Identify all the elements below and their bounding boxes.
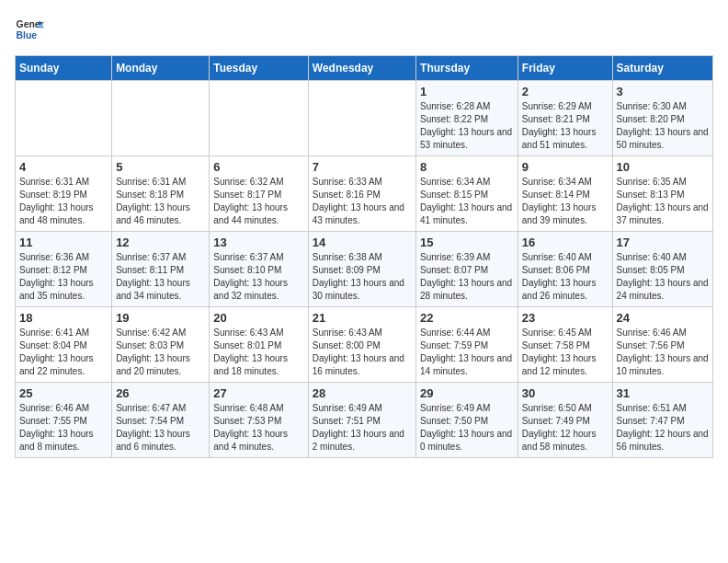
day-number: 26 <box>116 386 205 400</box>
cell-info: Sunrise: 6:36 AM Sunset: 8:12 PM Dayligh… <box>19 251 108 303</box>
calendar-cell: 4Sunrise: 6:31 AM Sunset: 8:19 PM Daylig… <box>16 156 112 232</box>
weekday-header: Monday <box>112 56 210 81</box>
calendar-cell: 25Sunrise: 6:46 AM Sunset: 7:55 PM Dayli… <box>16 383 112 458</box>
calendar-cell: 5Sunrise: 6:31 AM Sunset: 8:18 PM Daylig… <box>112 156 210 232</box>
day-number: 18 <box>19 311 108 325</box>
cell-info: Sunrise: 6:31 AM Sunset: 8:19 PM Dayligh… <box>19 176 108 227</box>
logo: General Blue <box>15 15 44 44</box>
day-number: 28 <box>313 386 412 400</box>
calendar-cell: 3Sunrise: 6:30 AM Sunset: 8:20 PM Daylig… <box>612 81 712 156</box>
calendar-body: 1Sunrise: 6:28 AM Sunset: 8:22 PM Daylig… <box>16 81 713 458</box>
calendar-cell <box>112 81 210 156</box>
day-number: 20 <box>213 311 303 325</box>
day-number: 31 <box>617 386 709 400</box>
day-number: 27 <box>213 386 303 400</box>
svg-text:Blue: Blue <box>17 30 38 40</box>
cell-info: Sunrise: 6:43 AM Sunset: 8:01 PM Dayligh… <box>213 327 303 378</box>
calendar-cell: 12Sunrise: 6:37 AM Sunset: 8:11 PM Dayli… <box>112 232 210 307</box>
calendar-cell: 9Sunrise: 6:34 AM Sunset: 8:14 PM Daylig… <box>518 156 612 232</box>
day-number: 1 <box>420 85 514 98</box>
page-header: General Blue <box>15 15 713 44</box>
cell-info: Sunrise: 6:51 AM Sunset: 7:47 PM Dayligh… <box>617 402 709 454</box>
calendar-cell: 13Sunrise: 6:37 AM Sunset: 8:10 PM Dayli… <box>210 232 308 307</box>
cell-info: Sunrise: 6:31 AM Sunset: 8:18 PM Dayligh… <box>116 176 205 227</box>
cell-info: Sunrise: 6:37 AM Sunset: 8:11 PM Dayligh… <box>116 251 205 303</box>
cell-info: Sunrise: 6:28 AM Sunset: 8:22 PM Dayligh… <box>420 100 514 152</box>
cell-info: Sunrise: 6:42 AM Sunset: 8:03 PM Dayligh… <box>116 327 205 378</box>
day-number: 17 <box>617 236 709 249</box>
calendar-week-row: 11Sunrise: 6:36 AM Sunset: 8:12 PM Dayli… <box>16 232 713 307</box>
day-number: 2 <box>522 85 609 98</box>
cell-info: Sunrise: 6:34 AM Sunset: 8:14 PM Dayligh… <box>522 176 609 227</box>
day-number: 13 <box>213 236 303 249</box>
day-number: 15 <box>420 236 514 249</box>
cell-info: Sunrise: 6:47 AM Sunset: 7:54 PM Dayligh… <box>116 402 205 454</box>
day-number: 25 <box>19 386 108 400</box>
cell-info: Sunrise: 6:46 AM Sunset: 7:55 PM Dayligh… <box>19 402 108 454</box>
cell-info: Sunrise: 6:46 AM Sunset: 7:56 PM Dayligh… <box>617 327 709 378</box>
day-number: 10 <box>617 160 709 174</box>
day-number: 14 <box>313 236 412 249</box>
weekday-header: Tuesday <box>210 56 308 81</box>
day-number: 4 <box>19 160 108 174</box>
cell-info: Sunrise: 6:37 AM Sunset: 8:10 PM Dayligh… <box>213 251 303 303</box>
calendar-cell <box>16 81 112 156</box>
calendar-week-row: 25Sunrise: 6:46 AM Sunset: 7:55 PM Dayli… <box>16 383 713 458</box>
day-number: 5 <box>116 160 205 174</box>
day-number: 29 <box>420 386 514 400</box>
calendar-week-row: 4Sunrise: 6:31 AM Sunset: 8:19 PM Daylig… <box>16 156 713 232</box>
day-number: 11 <box>19 236 108 249</box>
cell-info: Sunrise: 6:32 AM Sunset: 8:17 PM Dayligh… <box>213 176 303 227</box>
calendar-cell: 20Sunrise: 6:43 AM Sunset: 8:01 PM Dayli… <box>210 307 308 383</box>
cell-info: Sunrise: 6:44 AM Sunset: 7:59 PM Dayligh… <box>420 327 514 378</box>
cell-info: Sunrise: 6:41 AM Sunset: 8:04 PM Dayligh… <box>19 327 108 378</box>
cell-info: Sunrise: 6:39 AM Sunset: 8:07 PM Dayligh… <box>420 251 514 303</box>
day-number: 16 <box>522 236 609 249</box>
cell-info: Sunrise: 6:34 AM Sunset: 8:15 PM Dayligh… <box>420 176 514 227</box>
cell-info: Sunrise: 6:49 AM Sunset: 7:51 PM Dayligh… <box>313 402 412 454</box>
cell-info: Sunrise: 6:43 AM Sunset: 8:00 PM Dayligh… <box>313 327 412 378</box>
calendar-cell: 28Sunrise: 6:49 AM Sunset: 7:51 PM Dayli… <box>308 383 415 458</box>
calendar-cell: 2Sunrise: 6:29 AM Sunset: 8:21 PM Daylig… <box>518 81 612 156</box>
calendar-cell: 23Sunrise: 6:45 AM Sunset: 7:58 PM Dayli… <box>518 307 612 383</box>
cell-info: Sunrise: 6:29 AM Sunset: 8:21 PM Dayligh… <box>522 100 609 152</box>
calendar-cell: 11Sunrise: 6:36 AM Sunset: 8:12 PM Dayli… <box>16 232 112 307</box>
calendar-cell: 7Sunrise: 6:33 AM Sunset: 8:16 PM Daylig… <box>308 156 415 232</box>
day-number: 12 <box>116 236 205 249</box>
day-number: 6 <box>213 160 303 174</box>
calendar-cell: 22Sunrise: 6:44 AM Sunset: 7:59 PM Dayli… <box>416 307 518 383</box>
calendar-cell: 8Sunrise: 6:34 AM Sunset: 8:15 PM Daylig… <box>416 156 518 232</box>
cell-info: Sunrise: 6:30 AM Sunset: 8:20 PM Dayligh… <box>617 100 709 152</box>
calendar-cell: 31Sunrise: 6:51 AM Sunset: 7:47 PM Dayli… <box>612 383 712 458</box>
day-number: 24 <box>617 311 709 325</box>
calendar-cell: 29Sunrise: 6:49 AM Sunset: 7:50 PM Dayli… <box>416 383 518 458</box>
weekday-header: Sunday <box>16 56 112 81</box>
day-number: 3 <box>617 85 709 98</box>
day-number: 21 <box>313 311 412 325</box>
calendar-cell: 17Sunrise: 6:40 AM Sunset: 8:05 PM Dayli… <box>612 232 712 307</box>
calendar-cell: 21Sunrise: 6:43 AM Sunset: 8:00 PM Dayli… <box>308 307 415 383</box>
cell-info: Sunrise: 6:40 AM Sunset: 8:05 PM Dayligh… <box>617 251 709 303</box>
cell-info: Sunrise: 6:38 AM Sunset: 8:09 PM Dayligh… <box>313 251 412 303</box>
weekday-header: Friday <box>518 56 612 81</box>
calendar-cell: 26Sunrise: 6:47 AM Sunset: 7:54 PM Dayli… <box>112 383 210 458</box>
cell-info: Sunrise: 6:45 AM Sunset: 7:58 PM Dayligh… <box>522 327 609 378</box>
day-number: 30 <box>522 386 609 400</box>
calendar-cell: 10Sunrise: 6:35 AM Sunset: 8:13 PM Dayli… <box>612 156 712 232</box>
calendar-cell: 6Sunrise: 6:32 AM Sunset: 8:17 PM Daylig… <box>210 156 308 232</box>
cell-info: Sunrise: 6:49 AM Sunset: 7:50 PM Dayligh… <box>420 402 514 454</box>
weekday-header: Wednesday <box>308 56 415 81</box>
day-number: 7 <box>313 160 412 174</box>
calendar-header-row: SundayMondayTuesdayWednesdayThursdayFrid… <box>16 56 713 81</box>
calendar-cell: 1Sunrise: 6:28 AM Sunset: 8:22 PM Daylig… <box>416 81 518 156</box>
calendar-week-row: 18Sunrise: 6:41 AM Sunset: 8:04 PM Dayli… <box>16 307 713 383</box>
cell-info: Sunrise: 6:35 AM Sunset: 8:13 PM Dayligh… <box>617 176 709 227</box>
weekday-header: Saturday <box>612 56 712 81</box>
weekday-header: Thursday <box>416 56 518 81</box>
day-number: 23 <box>522 311 609 325</box>
calendar-cell: 14Sunrise: 6:38 AM Sunset: 8:09 PM Dayli… <box>308 232 415 307</box>
calendar-cell: 18Sunrise: 6:41 AM Sunset: 8:04 PM Dayli… <box>16 307 112 383</box>
calendar-cell: 19Sunrise: 6:42 AM Sunset: 8:03 PM Dayli… <box>112 307 210 383</box>
calendar-cell: 16Sunrise: 6:40 AM Sunset: 8:06 PM Dayli… <box>518 232 612 307</box>
day-number: 22 <box>420 311 514 325</box>
